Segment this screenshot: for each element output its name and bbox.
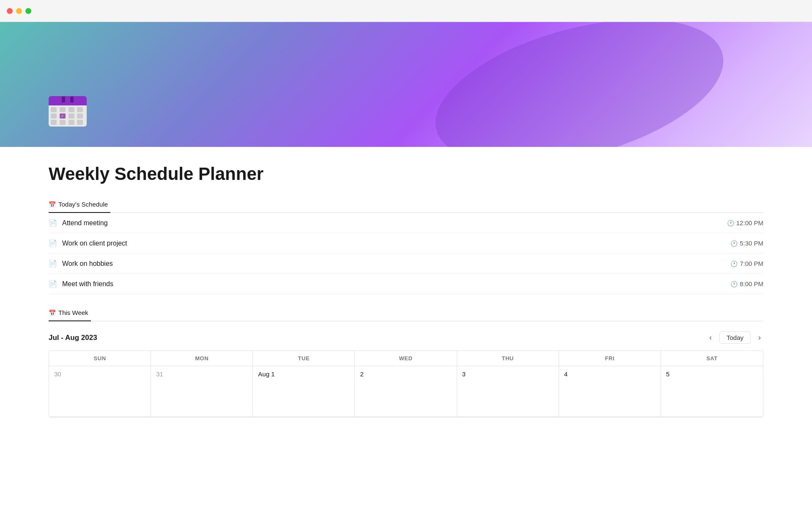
hero-banner: ✓ xyxy=(0,22,812,147)
tabs-container: 📅 Today's Schedule xyxy=(49,196,763,213)
day-number-4: 4 xyxy=(564,370,568,378)
calendar-nav: ‹ Today › xyxy=(707,331,763,344)
calendar-day-30[interactable]: 30 xyxy=(49,366,151,417)
schedule-item-time-3: 8:00 PM xyxy=(740,280,763,287)
schedule-item-time-0: 12:00 PM xyxy=(736,219,763,226)
close-button[interactable] xyxy=(7,8,13,14)
day-number-aug1: Aug 1 xyxy=(258,370,274,378)
schedule-item-2[interactable]: 📄 Work on hobbies 🕐 7:00 PM xyxy=(49,254,763,274)
doc-icon-0: 📄 xyxy=(49,219,57,227)
clock-icon-1: 🕐 xyxy=(730,240,738,247)
titlebar xyxy=(0,0,812,22)
calendar-section: Jul - Aug 2023 ‹ Today › Sun Mon Tue Wed… xyxy=(49,331,763,417)
day-header-wed: Wed xyxy=(355,351,457,366)
day-header-sat: Sat xyxy=(661,351,763,366)
day-header-fri: Fri xyxy=(559,351,661,366)
clock-icon-2: 🕐 xyxy=(730,260,738,267)
schedule-list: 📄 Attend meeting 🕐 12:00 PM 📄 Work on cl… xyxy=(49,213,763,294)
page-title: Weekly Schedule Planner xyxy=(49,164,763,184)
day-header-sun: Sun xyxy=(49,351,151,366)
week-tab-icon: 📅 xyxy=(49,309,56,316)
calendar-week-row: 30 31 Aug 1 2 3 4 5 xyxy=(49,366,763,417)
calendar-grid: Sun Mon Tue Wed Thu Fri Sat 30 31 Aug 1 xyxy=(49,351,763,417)
calendar-days-header: Sun Mon Tue Wed Thu Fri Sat xyxy=(49,351,763,366)
main-content: Weekly Schedule Planner 📅 Today's Schedu… xyxy=(0,147,812,434)
schedule-item-3[interactable]: 📄 Meet with friends 🕐 8:00 PM xyxy=(49,274,763,294)
day-header-mon: Mon xyxy=(151,351,253,366)
today-tab-label: Today's Schedule xyxy=(58,201,108,208)
today-tab-icon: 📅 xyxy=(49,201,56,208)
calendar-day-4[interactable]: 4 xyxy=(559,366,661,417)
day-number-31: 31 xyxy=(156,370,163,378)
schedule-item-time-1: 5:30 PM xyxy=(740,240,763,247)
calendar-prev-button[interactable]: ‹ xyxy=(707,331,714,344)
week-tabs-container: 📅 This Week xyxy=(49,304,763,321)
calendar-day-31[interactable]: 31 xyxy=(151,366,253,417)
day-number-2: 2 xyxy=(360,370,363,378)
day-number-3: 3 xyxy=(462,370,466,378)
maximize-button[interactable] xyxy=(25,8,31,14)
schedule-item-1[interactable]: 📄 Work on client project 🕐 5:30 PM xyxy=(49,233,763,254)
calendar-day-aug1[interactable]: Aug 1 xyxy=(253,366,355,417)
schedule-item-0[interactable]: 📄 Attend meeting 🕐 12:00 PM xyxy=(49,213,763,233)
tab-today[interactable]: 📅 Today's Schedule xyxy=(49,196,110,213)
doc-icon-1: 📄 xyxy=(49,239,57,247)
calendar-day-3[interactable]: 3 xyxy=(457,366,559,417)
calendar-next-button[interactable]: › xyxy=(756,331,763,344)
day-header-thu: Thu xyxy=(457,351,559,366)
calendar-header: Jul - Aug 2023 ‹ Today › xyxy=(49,331,763,344)
doc-icon-2: 📄 xyxy=(49,260,57,268)
day-number-30: 30 xyxy=(54,370,61,378)
calendar-day-2[interactable]: 2 xyxy=(355,366,457,417)
week-tab-label: This Week xyxy=(58,309,88,316)
schedule-item-name-1: Work on client project xyxy=(62,240,127,247)
doc-icon-3: 📄 xyxy=(49,280,57,288)
day-number-5: 5 xyxy=(666,370,669,378)
schedule-item-name-0: Attend meeting xyxy=(62,219,108,227)
calendar-icon-hero: ✓ xyxy=(49,96,87,134)
schedule-item-name-3: Meet with friends xyxy=(62,280,113,288)
clock-icon-0: 🕐 xyxy=(727,220,734,226)
calendar-day-5[interactable]: 5 xyxy=(661,366,763,417)
calendar-date-label: Jul - Aug 2023 xyxy=(49,334,97,342)
schedule-item-name-2: Work on hobbies xyxy=(62,260,113,268)
minimize-button[interactable] xyxy=(16,8,22,14)
day-header-tue: Tue xyxy=(253,351,355,366)
schedule-item-time-2: 7:00 PM xyxy=(740,260,763,267)
calendar-today-button[interactable]: Today xyxy=(719,331,751,344)
clock-icon-3: 🕐 xyxy=(730,281,738,287)
tab-this-week[interactable]: 📅 This Week xyxy=(49,305,91,321)
